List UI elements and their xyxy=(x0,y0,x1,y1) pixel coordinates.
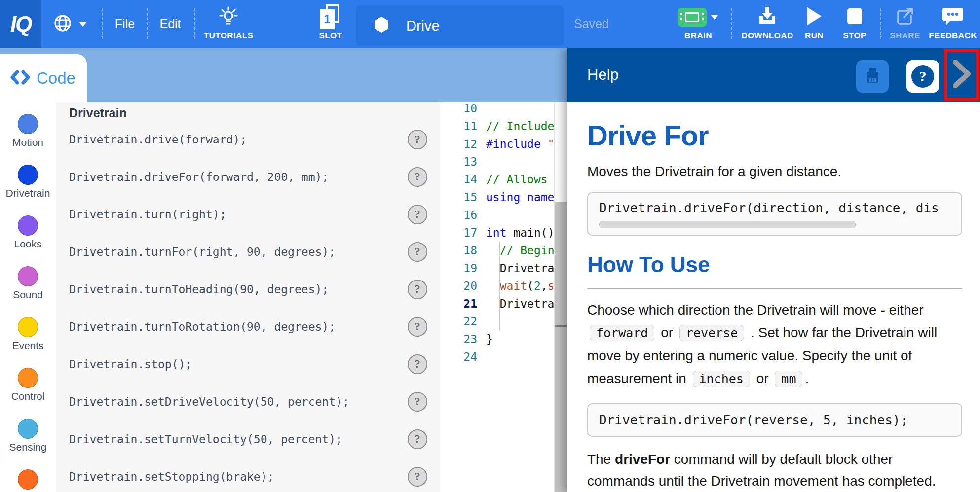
line-number: 17 xyxy=(440,224,477,242)
brain-icon xyxy=(678,8,707,27)
code-editor[interactable]: 1011// Include12#include "1314// Allows1… xyxy=(440,102,567,492)
help-question-mark-button[interactable]: ? xyxy=(906,60,939,93)
code-tab-label: Code xyxy=(37,69,75,88)
edit-menu[interactable]: Edit xyxy=(153,0,188,48)
category-label: Sensing xyxy=(9,441,47,453)
brain-button[interactable]: BRAIN xyxy=(667,0,729,48)
command-label[interactable]: Drivetrain.turn(right); xyxy=(69,208,226,221)
language-globe-button[interactable] xyxy=(51,0,87,48)
help-panel: Help ? Drive For Moves the Drivetrain fo… xyxy=(567,48,980,492)
file-menu[interactable]: File xyxy=(108,0,142,48)
command-label[interactable]: Drivetrain.drive(forward); xyxy=(69,133,247,146)
sensing-category-icon xyxy=(18,419,38,439)
command-help-button[interactable]: ? xyxy=(408,392,427,412)
editor-vertical-scrollbar[interactable] xyxy=(555,202,567,492)
command-label[interactable]: Drivetrain.turnToHeading(90, degrees); xyxy=(69,283,329,296)
download-button[interactable]: DOWNLOAD xyxy=(735,0,799,48)
command-label[interactable]: Drivetrain.turnFor(right, 90, degrees); xyxy=(69,246,336,258)
code-panel-header: Code xyxy=(0,48,567,102)
looks-category-icon xyxy=(18,215,38,236)
code-token: int xyxy=(486,226,507,239)
signature-code-box: Drivetrain.driveFor(direction, distance,… xyxy=(587,192,962,236)
line-number: 23 xyxy=(440,330,477,348)
feedback-button[interactable]: FEEDBACK xyxy=(928,0,978,48)
command-help-button[interactable]: ? xyxy=(408,205,427,224)
command-help-button[interactable]: ? xyxy=(408,354,427,374)
code-box-horizontal-scrollbar[interactable] xyxy=(599,221,856,228)
toolbar-divider xyxy=(880,8,881,39)
project-name-button[interactable]: Drive xyxy=(356,5,564,46)
category-label: Drivetrain xyxy=(6,187,50,199)
share-button[interactable]: SHARE xyxy=(885,0,925,48)
slot-number: 1 xyxy=(324,12,330,26)
code-token: 2 xyxy=(534,280,541,292)
line-code: // Allows xyxy=(486,171,548,188)
scrollbar-thumb-edge xyxy=(555,325,567,327)
tab-code[interactable]: Code xyxy=(0,54,87,102)
code-token: } xyxy=(486,333,493,346)
line-number: 12 xyxy=(440,135,477,153)
run-button[interactable]: RUN xyxy=(798,0,830,48)
command-group-header: Drivetrain xyxy=(69,106,440,121)
tutorials-button[interactable]: TUTORIALS xyxy=(200,0,257,48)
command-help-button[interactable]: ? xyxy=(408,467,427,487)
vex-iq-logo[interactable]: IQ xyxy=(0,0,41,48)
command-label[interactable]: Drivetrain.setTurnVelocity(50, percent); xyxy=(69,433,342,446)
command-row: Drivetrain.stop();? xyxy=(56,346,440,383)
command-label[interactable]: Drivetrain.setDriveVelocity(50, percent)… xyxy=(69,395,349,408)
example-code: Drivetrain.driveFor(reverse, 5, inches); xyxy=(599,413,908,427)
category-label: Control xyxy=(11,390,45,402)
stop-label: STOP xyxy=(843,32,867,40)
code-token xyxy=(486,244,500,257)
help-panel-header: Help ? xyxy=(567,48,980,102)
editor-line: 18 // Begin xyxy=(440,242,567,259)
code-token: using name xyxy=(486,191,554,204)
command-label[interactable]: Drivetrain.turnToRotation(90, degrees); xyxy=(69,320,336,333)
chevron-down-icon xyxy=(711,15,718,20)
device-info-button[interactable] xyxy=(856,60,889,93)
code-token: #include xyxy=(486,138,548,150)
sidebar-item-drivetrain[interactable]: Drivetrain xyxy=(0,165,56,199)
tutorials-label: TUTORIALS xyxy=(204,32,254,40)
feedback-icon xyxy=(942,6,964,29)
editor-line: 15using name xyxy=(440,188,567,206)
command-help-button[interactable]: ? xyxy=(408,167,427,187)
slot-label: SLOT xyxy=(319,32,342,40)
sidebar-item-looks[interactable]: Looks xyxy=(0,215,56,250)
sidebar-item-variables[interactable]: Variables xyxy=(0,469,56,492)
download-icon xyxy=(756,6,779,29)
code-token: , xyxy=(541,280,548,292)
command-help-button[interactable]: ? xyxy=(408,130,427,149)
editor-right-border xyxy=(554,102,555,492)
editor-line: 12#include " xyxy=(440,135,567,153)
slot-button[interactable]: 1 SLOT xyxy=(310,0,351,48)
annotation-highlight-box xyxy=(944,49,979,101)
sidebar-item-events[interactable]: Events xyxy=(0,317,56,351)
file-menu-label: File xyxy=(115,17,135,31)
help-collapse-button[interactable] xyxy=(949,59,974,91)
sidebar-item-motion[interactable]: Motion xyxy=(0,114,56,148)
how-to-use-heading: How To Use xyxy=(587,252,962,277)
chevron-right-icon xyxy=(950,58,973,92)
command-help-button[interactable]: ? xyxy=(408,317,427,337)
command-help-button[interactable]: ? xyxy=(408,280,427,299)
run-label: RUN xyxy=(805,32,824,40)
toolbar-divider xyxy=(102,8,103,39)
editor-line: 21 Drivetrain xyxy=(440,295,567,313)
sidebar-item-control[interactable]: Control xyxy=(0,368,56,402)
command-label[interactable]: Drivetrain.driveFor(forward, 200, mm); xyxy=(69,171,329,183)
sidebar-item-sound[interactable]: Sound xyxy=(0,266,56,301)
feedback-label: FEEDBACK xyxy=(929,32,977,40)
slot-icon: 1 xyxy=(320,4,341,30)
command-label[interactable]: Drivetrain.setStopping(brake); xyxy=(69,470,274,483)
help-panel-title: Help xyxy=(587,48,619,102)
sidebar-item-sensing[interactable]: Sensing xyxy=(0,419,56,453)
command-help-button[interactable]: ? xyxy=(408,429,427,449)
editor-line: 16 xyxy=(440,206,567,224)
line-number: 24 xyxy=(440,348,477,366)
command-help-button[interactable]: ? xyxy=(408,242,427,262)
command-label[interactable]: Drivetrain.stop(); xyxy=(69,358,192,371)
editor-line: 24 xyxy=(440,348,567,366)
line-number: 21 xyxy=(440,295,477,313)
stop-button[interactable]: STOP xyxy=(837,0,872,48)
